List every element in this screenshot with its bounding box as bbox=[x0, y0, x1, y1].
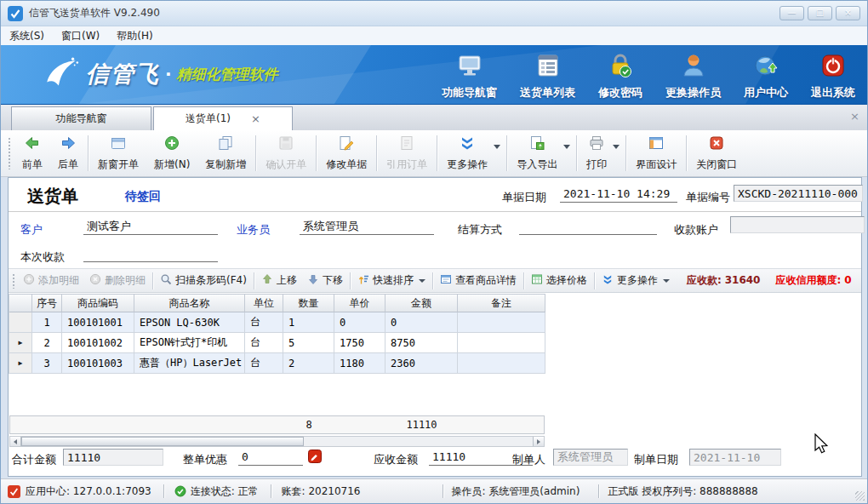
move-down-button[interactable]: 下移 bbox=[302, 273, 348, 288]
scrollbar-thumb[interactable] bbox=[21, 437, 304, 446]
make-date-field[interactable] bbox=[689, 449, 781, 466]
minimize-button[interactable]: — bbox=[779, 6, 804, 20]
cell-qty[interactable]: 2 bbox=[283, 353, 334, 374]
totals-row: 合计金额 整单优惠 应收金额 制单人 制单日期 bbox=[9, 447, 861, 472]
menu-window[interactable]: 窗口(W) bbox=[53, 27, 108, 45]
change-password-button[interactable]: 修改密码 bbox=[598, 53, 642, 100]
dropdown-arrow-icon[interactable] bbox=[613, 145, 620, 149]
scan-barcode-button[interactable]: 扫描条形码(F4) bbox=[155, 273, 252, 288]
cell-seq[interactable]: 1 bbox=[32, 312, 62, 333]
cell-unit[interactable]: 台 bbox=[245, 353, 283, 374]
doc-date-field[interactable] bbox=[560, 186, 677, 203]
row-marker[interactable]: ▶ bbox=[9, 353, 32, 374]
row-marker[interactable]: ▶ bbox=[9, 333, 32, 353]
cell-qty[interactable]: 5 bbox=[283, 333, 334, 353]
cell-name[interactable]: EPSON针式打*印机 bbox=[134, 333, 245, 353]
print-button[interactable]: 打印 bbox=[579, 132, 614, 175]
menu-system[interactable]: 系统(S) bbox=[1, 27, 53, 45]
settle-field[interactable] bbox=[519, 218, 657, 235]
payment-field[interactable] bbox=[83, 245, 218, 262]
prev-doc-button[interactable]: 前单 bbox=[14, 132, 50, 175]
add-new-button[interactable]: 新增(N) bbox=[146, 132, 197, 175]
tab-close-icon[interactable]: × bbox=[251, 112, 260, 125]
tab-nav-window-label: 功能导航窗 bbox=[56, 112, 107, 126]
delivery-list-button[interactable]: 送货单列表 bbox=[520, 53, 575, 100]
close-window-button[interactable]: 关闭窗口 bbox=[688, 132, 745, 175]
cell-remark[interactable] bbox=[458, 353, 545, 374]
close-button[interactable]: × bbox=[836, 6, 860, 20]
maximize-button[interactable]: □ bbox=[808, 6, 832, 20]
cell-name[interactable]: EPSON LQ-630K bbox=[134, 312, 245, 333]
cell-qty[interactable]: 1 bbox=[283, 312, 334, 333]
exit-system-button[interactable]: 退出系统 bbox=[811, 53, 855, 100]
discount-field[interactable] bbox=[238, 449, 303, 466]
col-code[interactable]: 商品编码 bbox=[62, 295, 134, 312]
customer-label[interactable]: 客户 bbox=[20, 222, 43, 238]
salesman-field[interactable] bbox=[300, 218, 434, 235]
table-row[interactable]: ▶ 3 100101003 惠普（HP）LaserJet 台 2 1180 23… bbox=[9, 353, 545, 374]
cell-unit[interactable]: 台 bbox=[245, 333, 283, 353]
cell-amount[interactable]: 2360 bbox=[385, 353, 458, 374]
col-name[interactable]: 商品名称 bbox=[134, 295, 245, 312]
next-doc-button[interactable]: 后单 bbox=[50, 132, 86, 175]
total-amount-field[interactable] bbox=[63, 449, 163, 466]
dropdown-arrow-icon[interactable] bbox=[494, 145, 500, 149]
col-qty[interactable]: 数量 bbox=[283, 295, 334, 312]
cell-code[interactable]: 100101003 bbox=[62, 353, 134, 374]
table-row[interactable]: ▶ 2 100101002 EPSON针式打*印机 台 5 1750 8750 bbox=[9, 333, 545, 353]
cell-price[interactable]: 1180 bbox=[334, 353, 385, 374]
dropdown-arrow-icon[interactable] bbox=[419, 279, 425, 283]
doc-no-field[interactable] bbox=[734, 185, 863, 202]
cell-amount[interactable]: 0 bbox=[385, 312, 458, 333]
scroll-right-arrow[interactable] bbox=[533, 437, 544, 446]
detail-more-actions-button[interactable]: 更多操作 bbox=[597, 273, 675, 288]
cell-amount[interactable]: 8750 bbox=[385, 333, 458, 353]
edit-doc-button[interactable]: 修改单据 bbox=[318, 132, 374, 175]
cell-code[interactable]: 100101001 bbox=[62, 312, 134, 333]
tab-nav-window[interactable]: 功能导航窗 bbox=[11, 106, 151, 130]
nav-window-button[interactable]: 功能导航窗 bbox=[442, 53, 497, 100]
maker-field[interactable] bbox=[553, 449, 628, 466]
view-product-detail-button[interactable]: 查看商品详情 bbox=[435, 273, 522, 288]
cell-price[interactable]: 0 bbox=[334, 312, 385, 333]
cell-name[interactable]: 惠普（HP）LaserJet bbox=[134, 353, 245, 374]
cell-remark[interactable] bbox=[458, 312, 545, 333]
discount-edit-icon[interactable] bbox=[308, 450, 322, 463]
col-remark[interactable]: 备注 bbox=[458, 295, 545, 312]
copy-new-button[interactable]: 复制新增 bbox=[197, 132, 254, 175]
account-field[interactable] bbox=[730, 216, 865, 233]
toolbar-grip[interactable] bbox=[8, 137, 11, 169]
cell-remark[interactable] bbox=[458, 333, 545, 353]
resize-grip[interactable] bbox=[855, 491, 865, 501]
cell-price[interactable]: 1750 bbox=[334, 333, 385, 353]
menu-help[interactable]: 帮助(H) bbox=[108, 27, 161, 45]
customer-field[interactable] bbox=[83, 218, 218, 235]
ui-design-button[interactable]: 界面设计 bbox=[628, 132, 684, 175]
table-row[interactable]: 1 100101001 EPSON LQ-630K 台 1 0 0 bbox=[9, 312, 545, 333]
dropdown-arrow-icon[interactable] bbox=[663, 279, 670, 283]
select-price-button[interactable]: 选择价格 bbox=[526, 273, 592, 288]
horizontal-scrollbar[interactable] bbox=[9, 436, 545, 447]
quick-sort-button[interactable]: 快速排序 bbox=[352, 273, 431, 288]
col-seq[interactable]: 序号 bbox=[32, 295, 62, 312]
col-unit[interactable]: 单位 bbox=[245, 295, 283, 312]
salesman-label[interactable]: 业务员 bbox=[237, 222, 270, 238]
dropdown-arrow-icon[interactable] bbox=[563, 145, 570, 149]
col-amount[interactable]: 金额 bbox=[385, 295, 458, 312]
new-window-bill-button[interactable]: 新窗开单 bbox=[90, 132, 146, 175]
tab-delivery-note[interactable]: 送货单(1) × bbox=[153, 106, 293, 130]
import-export-button[interactable]: 导入导出 bbox=[509, 132, 565, 175]
move-up-button[interactable]: 上移 bbox=[256, 273, 302, 288]
cell-seq[interactable]: 2 bbox=[32, 333, 62, 353]
cell-unit[interactable]: 台 bbox=[245, 312, 283, 333]
scroll-left-arrow[interactable] bbox=[10, 437, 21, 446]
tabstrip-close-icon[interactable]: × bbox=[850, 110, 859, 123]
user-center-button[interactable]: 用户中心 bbox=[744, 53, 788, 100]
row-marker[interactable] bbox=[9, 312, 32, 333]
more-actions-button[interactable]: 更多操作 bbox=[439, 132, 495, 175]
switch-operator-button[interactable]: 更换操作员 bbox=[665, 53, 721, 100]
col-price[interactable]: 单价 bbox=[334, 295, 385, 312]
cell-code[interactable]: 100101002 bbox=[62, 333, 134, 353]
detail-toolbar-grip[interactable] bbox=[12, 273, 15, 289]
cell-seq[interactable]: 3 bbox=[32, 353, 62, 374]
